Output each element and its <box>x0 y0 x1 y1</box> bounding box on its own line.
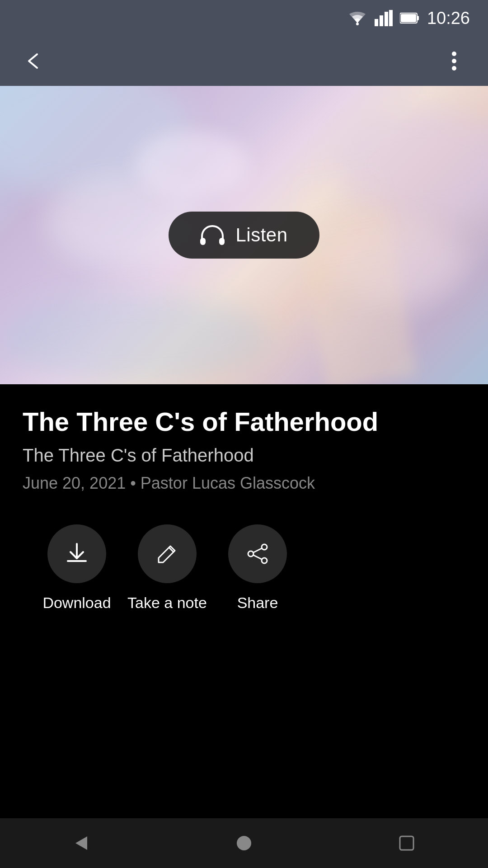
back-nav-button[interactable] <box>61 823 102 863</box>
share-label: Share <box>237 594 278 612</box>
recents-nav-button[interactable] <box>386 823 427 863</box>
pencil-icon <box>156 542 178 565</box>
circle-home-icon <box>235 834 253 853</box>
svg-rect-6 <box>417 16 419 20</box>
more-options-button[interactable] <box>438 45 470 77</box>
svg-marker-4 <box>389 10 393 26</box>
svg-point-14 <box>262 558 267 563</box>
download-label: Download <box>42 594 111 612</box>
content-area: The Three C's of Fatherhood The Three C'… <box>0 384 488 639</box>
svg-point-15 <box>248 551 253 557</box>
share-circle <box>228 524 287 583</box>
battery-icon <box>400 12 420 24</box>
svg-rect-3 <box>385 12 388 26</box>
sermon-date: June 20, 2021 <box>23 474 126 492</box>
wifi-icon <box>347 10 367 26</box>
actions-row: Download Take a note <box>23 524 465 612</box>
svg-line-16 <box>253 548 262 552</box>
svg-point-19 <box>237 836 251 850</box>
signal-icon <box>375 10 393 26</box>
hero-image: Listen <box>0 86 488 384</box>
share-action[interactable]: Share <box>212 524 303 612</box>
svg-marker-18 <box>75 836 87 850</box>
series-name: The Three C's of Fatherhood <box>23 445 465 466</box>
svg-point-8 <box>452 52 456 56</box>
svg-rect-7 <box>401 14 416 22</box>
svg-point-13 <box>262 544 267 550</box>
meta-separator: • <box>130 474 141 492</box>
svg-rect-11 <box>200 238 206 245</box>
status-icons: 10:26 <box>347 9 470 28</box>
back-arrow-icon <box>23 51 44 71</box>
sermon-title: The Three C's of Fatherhood <box>23 407 465 437</box>
download-icon <box>65 542 89 566</box>
svg-point-9 <box>452 59 456 63</box>
listen-label: Listen <box>235 224 287 246</box>
square-recent-icon <box>398 835 415 852</box>
pastor-name: Pastor Lucas Glasscock <box>141 474 315 492</box>
svg-point-10 <box>452 66 456 71</box>
note-action[interactable]: Take a note <box>122 524 212 612</box>
home-nav-button[interactable] <box>224 823 264 863</box>
svg-rect-2 <box>380 15 383 26</box>
note-label: Take a note <box>127 594 207 612</box>
svg-line-17 <box>253 555 262 559</box>
more-vertical-icon <box>451 51 457 71</box>
note-circle <box>138 524 197 583</box>
share-icon <box>246 542 269 565</box>
top-nav <box>0 36 488 86</box>
bottom-nav <box>0 818 488 868</box>
meta-info: June 20, 2021 • Pastor Lucas Glasscock <box>23 474 465 493</box>
back-button[interactable] <box>18 45 50 77</box>
status-time: 10:26 <box>427 9 470 28</box>
headphones-icon <box>200 224 225 246</box>
download-circle <box>47 524 106 583</box>
svg-rect-12 <box>219 238 225 245</box>
svg-rect-20 <box>400 836 413 850</box>
svg-point-0 <box>356 23 359 25</box>
triangle-back-icon <box>72 834 91 853</box>
svg-rect-1 <box>375 19 378 26</box>
download-action[interactable]: Download <box>32 524 122 612</box>
status-bar: 10:26 <box>0 0 488 36</box>
listen-button[interactable]: Listen <box>169 212 319 259</box>
